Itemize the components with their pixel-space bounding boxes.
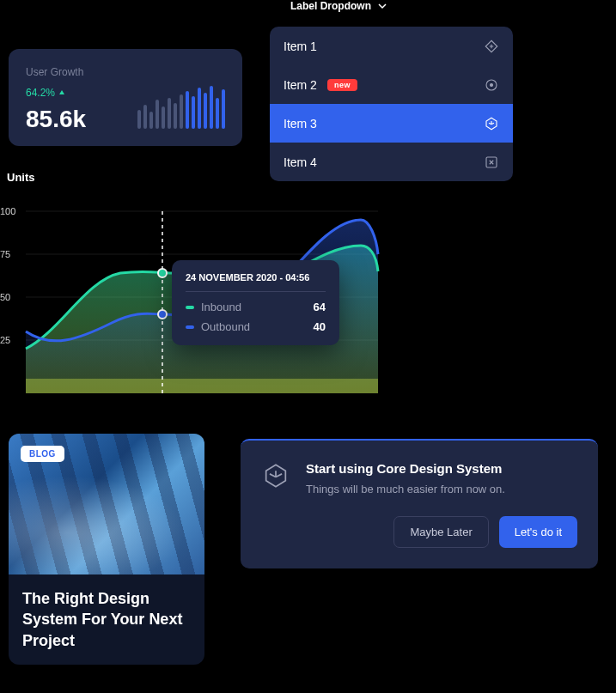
circle-dot-icon <box>484 77 499 93</box>
dropdown-menu: Item 1 Item 2 new Item 3 Item 4 <box>270 27 513 181</box>
svg-rect-11 <box>26 379 378 393</box>
dropdown-item-label: Item 1 <box>284 40 317 53</box>
dropdown-item-3[interactable]: Item 3 <box>270 104 513 143</box>
dropdown-item-label: Item 2 <box>284 78 317 92</box>
dropdown-trigger[interactable]: Label Dropdown <box>290 0 387 12</box>
cta-title: Start using Core Design System <box>306 461 505 476</box>
sparkline-bars <box>137 86 225 129</box>
dropdown-item-1[interactable]: Item 1 <box>270 27 513 65</box>
maybe-later-button[interactable]: Maybe Later <box>393 516 488 548</box>
hexagon-icon <box>261 461 290 490</box>
tooltip-series-value: 64 <box>314 301 326 313</box>
svg-point-14 <box>158 310 167 319</box>
chart-tooltip: 24 NOVEMBER 2020 - 04:56 Inbound 64 Outb… <box>172 260 339 345</box>
tooltip-row-outbound: Outbound 40 <box>186 320 326 333</box>
x-square-icon <box>484 155 499 170</box>
svg-text:100: 100 <box>0 206 15 216</box>
legend-swatch-inbound <box>186 306 194 309</box>
badge-new: new <box>327 79 357 91</box>
legend-swatch-outbound <box>186 325 194 329</box>
svg-text:75: 75 <box>0 249 10 259</box>
svg-point-1 <box>491 83 493 86</box>
diamond-plus-icon <box>484 39 499 54</box>
tooltip-row-inbound: Inbound 64 <box>186 301 326 313</box>
blog-image: BLOG <box>9 434 204 574</box>
blog-badge: BLOG <box>21 446 64 462</box>
svg-text:50: 50 <box>0 292 10 302</box>
tooltip-series-name: Inbound <box>201 301 241 313</box>
stat-change-value: 64.2% <box>26 87 55 99</box>
chevron-down-icon <box>378 2 387 10</box>
hexagon-icon <box>484 116 499 131</box>
lets-do-it-button[interactable]: Let's do it <box>499 516 577 548</box>
stat-card-user-growth: User Growth 64.2% 85.6k <box>9 49 242 146</box>
tooltip-series-name: Outbound <box>201 320 250 333</box>
chart-ylabel: Units <box>7 171 382 184</box>
svg-text:25: 25 <box>0 335 10 345</box>
caret-up-icon <box>58 89 65 96</box>
dropdown-item-label: Item 4 <box>284 155 317 169</box>
dropdown-item-2[interactable]: Item 2 new <box>270 65 513 104</box>
tooltip-series-value: 40 <box>314 320 326 333</box>
stat-label: User Growth <box>26 66 225 78</box>
svg-point-13 <box>158 269 167 277</box>
tooltip-date: 24 NOVEMBER 2020 - 04:56 <box>186 272 326 292</box>
dropdown-label-text: Label Dropdown <box>290 0 371 12</box>
cta-subtitle: Things will be much easier from now on. <box>306 483 505 495</box>
blog-title: The Right Design System For Your Next Pr… <box>9 574 204 665</box>
cta-card: Start using Core Design System Things wi… <box>241 439 598 568</box>
blog-card[interactable]: BLOG The Right Design System For Your Ne… <box>9 434 204 665</box>
dropdown-item-label: Item 3 <box>284 117 317 131</box>
